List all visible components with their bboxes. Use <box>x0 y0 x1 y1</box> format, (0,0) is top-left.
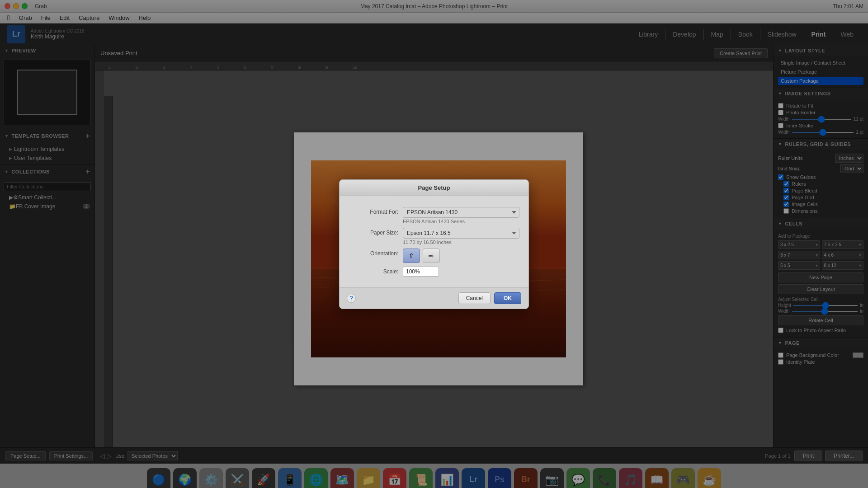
page-setup-dialog: Page Setup Format For: EPSON Artisan 143… <box>339 179 529 309</box>
orientation-label: Orientation: <box>349 249 398 257</box>
format-for-control: EPSON Artisan 1430 EPSON Artisan 1430 Se… <box>403 207 519 224</box>
scale-row: Scale: <box>349 267 519 277</box>
landscape-button[interactable]: ⇨ <box>423 249 440 263</box>
ok-button[interactable]: OK <box>494 292 521 304</box>
orientation-row: Orientation: ⇧ ⇨ <box>349 249 519 263</box>
dialog-title: Page Setup <box>340 180 528 196</box>
orientation-control: ⇧ ⇨ <box>403 249 519 263</box>
orientation-buttons: ⇧ ⇨ <box>403 249 519 263</box>
paper-size-control: Epson 11.7 x 16.5 11.70 by 16.50 inches <box>403 228 519 245</box>
format-for-select[interactable]: EPSON Artisan 1430 <box>403 207 519 218</box>
help-button[interactable]: ? <box>347 294 356 303</box>
scale-label: Scale: <box>349 267 398 275</box>
scale-input[interactable] <box>403 267 439 277</box>
format-for-row: Format For: EPSON Artisan 1430 EPSON Art… <box>349 207 519 224</box>
paper-size-select[interactable]: Epson 11.7 x 16.5 <box>403 228 519 239</box>
format-for-label: Format For: <box>349 207 398 215</box>
scale-control <box>403 267 519 277</box>
cancel-button[interactable]: Cancel <box>458 292 491 304</box>
paper-size-row: Paper Size: Epson 11.7 x 16.5 11.70 by 1… <box>349 228 519 245</box>
dialog-overlay: Page Setup Format For: EPSON Artisan 143… <box>0 0 868 488</box>
dialog-footer: ? Cancel OK <box>340 287 528 309</box>
format-for-subtext: EPSON Artisan 1430 Series <box>403 219 519 224</box>
dialog-body: Format For: EPSON Artisan 1430 EPSON Art… <box>340 196 528 287</box>
paper-size-label: Paper Size: <box>349 228 398 236</box>
portrait-button[interactable]: ⇧ <box>403 249 420 263</box>
paper-size-subtext: 11.70 by 16.50 inches <box>403 239 519 245</box>
